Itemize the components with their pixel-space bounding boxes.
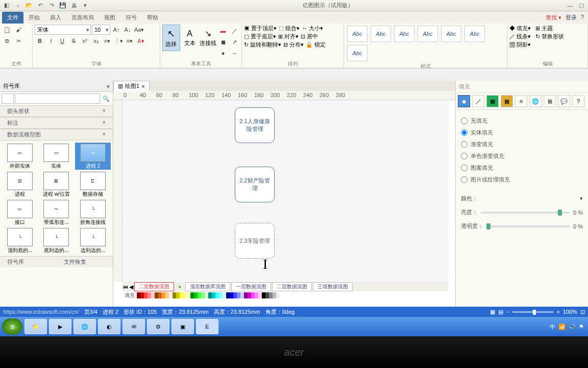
distribute-btn[interactable]: ⊟ 分布▾ xyxy=(283,41,304,49)
taskbar-explorer[interactable]: 📁 xyxy=(24,319,47,334)
close-doc-icon[interactable]: × xyxy=(141,83,144,89)
start-button[interactable]: ⊞ xyxy=(2,318,22,335)
tab-recovery[interactable]: 文件恢复 xyxy=(57,257,113,267)
swatch[interactable] xyxy=(223,292,226,298)
zoom-slider[interactable] xyxy=(512,311,553,313)
super-icon[interactable]: x² xyxy=(80,36,90,46)
view-normal-icon[interactable]: ▦ xyxy=(490,309,495,315)
effects-tab-icon[interactable]: ⊞ xyxy=(544,95,556,107)
swatch[interactable] xyxy=(201,292,205,298)
style-preset-5[interactable]: Abc xyxy=(441,26,461,42)
font-grow-icon[interactable]: A↑ xyxy=(111,25,121,35)
color-picker-icon[interactable]: ▾ xyxy=(580,195,583,202)
new-icon[interactable]: ▫ xyxy=(13,1,22,10)
gradient-tab-icon[interactable]: ▦ xyxy=(501,95,513,107)
taskbar-media[interactable]: ▶ xyxy=(49,319,71,334)
copy-icon[interactable]: ⧉ xyxy=(2,36,12,46)
close-library-icon[interactable]: × xyxy=(107,83,110,89)
font-family-select[interactable]: 宋体 xyxy=(35,25,91,35)
tab-start[interactable]: 开始 xyxy=(23,12,45,24)
tab-layout[interactable]: 页面布局 xyxy=(66,12,99,24)
align-btn[interactable]: ⊞ 对齐▾ xyxy=(278,33,299,40)
image-tab-icon[interactable]: 🌐 xyxy=(529,95,542,107)
swatch[interactable] xyxy=(151,292,155,298)
swatch[interactable] xyxy=(173,292,176,298)
swatch[interactable] xyxy=(148,292,151,298)
color-palette[interactable] xyxy=(137,292,283,298)
taskbar-app4[interactable]: ▣ xyxy=(172,319,194,334)
undo-icon[interactable]: ↶ xyxy=(36,1,45,10)
style-preset-1[interactable]: Abc xyxy=(347,26,368,42)
tab-symbol[interactable]: 符号 xyxy=(120,12,142,24)
shape-datastore[interactable]: ⊏数据存储 xyxy=(75,171,111,198)
font-shrink-icon[interactable]: A↓ xyxy=(122,25,133,35)
text-tab-icon[interactable]: ≡ xyxy=(515,95,527,107)
add-sheet-icon[interactable]: + xyxy=(175,284,184,290)
swatch[interactable] xyxy=(137,292,140,298)
swatch[interactable] xyxy=(208,292,212,298)
tab-insert[interactable]: 插入 xyxy=(45,12,66,24)
swatch[interactable] xyxy=(215,292,219,298)
bullets-icon[interactable]: ≡▾ xyxy=(102,36,112,46)
swatch[interactable] xyxy=(176,292,180,298)
group-btn[interactable]: ⬚ 组合▾ xyxy=(279,25,300,32)
swatch[interactable] xyxy=(230,292,233,298)
print-icon[interactable]: 🖶 xyxy=(69,1,79,10)
radio-no-fill[interactable]: 无填充 xyxy=(456,115,588,127)
tab-file[interactable]: 文件 xyxy=(2,12,23,24)
swatch[interactable] xyxy=(244,292,248,298)
tab-help[interactable]: 帮助 xyxy=(142,12,163,24)
find-link[interactable]: 查找 ▾ xyxy=(546,14,561,21)
more-icon[interactable]: ▾ xyxy=(81,1,90,10)
opacity-slider[interactable] xyxy=(486,225,570,227)
minimize-icon[interactable]: — xyxy=(566,1,575,10)
zoom-out-icon[interactable]: − xyxy=(506,309,509,315)
save-icon[interactable]: 💾 xyxy=(58,1,67,10)
text-tool[interactable]: A文本 xyxy=(181,25,199,51)
swatch[interactable] xyxy=(194,292,198,298)
shape-process-loc[interactable]: ⊞进程 w/位置 xyxy=(39,171,75,198)
send-back-btn[interactable]: ▢ 置于底层▾ xyxy=(244,33,276,40)
tray-flag-icon[interactable]: ⚑ xyxy=(579,324,584,330)
swatch[interactable] xyxy=(237,292,240,298)
select-tool[interactable]: ↖选择 xyxy=(162,25,180,51)
swatch[interactable] xyxy=(240,292,244,298)
swatch[interactable] xyxy=(158,292,162,298)
center-btn[interactable]: ⊡ 居中 xyxy=(301,33,318,40)
pattern-tab-icon[interactable]: ▦ xyxy=(486,95,499,107)
comment-tab-icon[interactable]: 💬 xyxy=(558,95,570,107)
align-text-icon[interactable]: ≡▾ xyxy=(125,36,135,46)
shape-interface[interactable]: ▭接口 xyxy=(2,199,38,226)
category-callouts[interactable]: 标注× xyxy=(0,117,113,129)
swatch[interactable] xyxy=(265,292,269,298)
taskbar-app2[interactable]: ✉ xyxy=(122,319,145,334)
swatch[interactable] xyxy=(276,292,280,298)
zoom-in-icon[interactable]: + xyxy=(556,309,559,315)
swatch[interactable] xyxy=(190,292,194,298)
open-icon[interactable]: 📂 xyxy=(24,1,34,10)
node-3-editing[interactable]: 2.3车险管理 xyxy=(235,223,275,259)
view-outline-icon[interactable]: ▤ xyxy=(498,309,503,315)
sheet-4[interactable]: 二层数据流图 xyxy=(272,282,312,291)
shape-entity[interactable]: ▭实体 xyxy=(39,143,75,170)
line-tab-icon[interactable]: ／ xyxy=(472,95,484,107)
sheet-3[interactable]: 一层数据流图 xyxy=(231,282,271,291)
shape-bs-conn[interactable]: └底到边的... xyxy=(39,227,75,254)
lock-btn[interactable]: 🔒 锁定 xyxy=(306,41,326,49)
paste-icon[interactable]: 📋 xyxy=(2,25,12,35)
swatch[interactable] xyxy=(212,292,215,298)
sub-icon[interactable]: x₂ xyxy=(91,36,101,46)
sheet-2[interactable]: 顶层数据库流图 xyxy=(185,282,230,291)
tab-library[interactable]: 符号库 xyxy=(0,257,57,267)
shape-process-2[interactable]: ▭进程 2 xyxy=(75,143,111,170)
swatch[interactable] xyxy=(144,292,148,298)
redo-icon[interactable]: ↷ xyxy=(47,1,56,10)
numbering-icon[interactable]: ⋮▾ xyxy=(113,36,124,46)
swatch[interactable] xyxy=(233,292,237,298)
swatch[interactable] xyxy=(255,292,258,298)
rotate-btn[interactable]: ↻ 旋转和翻转▾ xyxy=(244,41,281,49)
style-preset-6[interactable]: Abc xyxy=(464,26,485,42)
sheet-nav-prev[interactable]: ◀ xyxy=(129,284,133,290)
node-2[interactable]: 2.2财产险管 理 xyxy=(235,167,275,202)
cut-icon[interactable]: ✂ xyxy=(13,36,23,46)
